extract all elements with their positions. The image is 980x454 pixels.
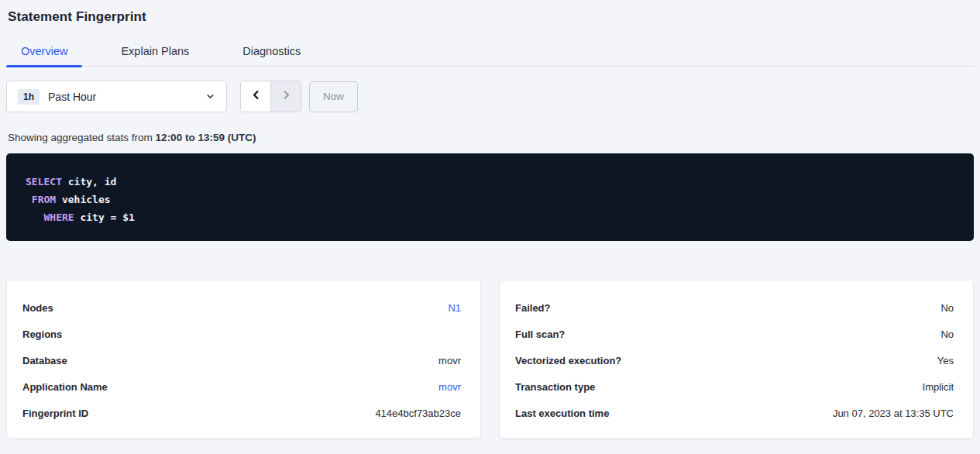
sql-keyword-from: FROM — [32, 194, 56, 205]
vectorized-label: Vectorized execution? — [515, 355, 621, 366]
transaction-type-label: Transaction type — [515, 381, 595, 393]
summary-row-regions: Regions — [22, 321, 461, 347]
summary-row-nodes: Nodes N1 — [22, 294, 461, 321]
next-time-button[interactable] — [270, 81, 301, 112]
caption-time-range: 12:00 to 13:59 (UTC) — [156, 132, 256, 143]
tab-overview-label: Overview — [21, 45, 67, 57]
full-scan-value: No — [940, 328, 954, 340]
time-pager — [240, 81, 301, 112]
page-title: Statement Fingerprint — [8, 9, 974, 25]
fingerprint-id-label: Fingerprint ID — [22, 408, 88, 419]
tab-overview[interactable]: Overview — [6, 45, 82, 66]
summary-row-failed: Failed? No — [515, 294, 954, 321]
tab-bar: Overview Explain Plans Diagnostics — [6, 45, 974, 67]
summary-row-vectorized: Vectorized execution? Yes — [515, 347, 954, 373]
chevron-down-icon — [205, 91, 215, 101]
database-label: Database — [22, 355, 67, 366]
sql-line-2-indent — [26, 194, 32, 205]
aggregated-stats-caption: Showing aggregated stats from 12:00 to 1… — [8, 132, 974, 143]
full-scan-label: Full scan? — [515, 328, 565, 340]
application-name-value-link[interactable]: movr — [438, 381, 461, 393]
summary-row-full-scan: Full scan? No — [515, 321, 954, 347]
database-value: movr — [438, 355, 461, 366]
last-execution-time-value: Jun 07, 2023 at 13:35 UTC — [833, 408, 954, 419]
summary-cards: Nodes N1 Regions Database movr Applicati… — [6, 280, 974, 439]
failed-value: No — [940, 302, 954, 314]
nodes-value-link[interactable]: N1 — [448, 302, 461, 314]
nodes-label: Nodes — [22, 302, 53, 314]
now-button[interactable]: Now — [309, 81, 358, 112]
last-execution-time-label: Last execution time — [515, 408, 609, 419]
sql-line-3-indent — [26, 212, 43, 223]
application-name-label: Application Name — [22, 381, 108, 393]
chevron-right-icon — [280, 89, 292, 104]
vectorized-value: Yes — [937, 355, 954, 366]
summary-row-database: Database movr — [22, 347, 461, 373]
previous-time-button[interactable] — [241, 81, 270, 112]
sql-line-1: SELECT city, id — [26, 173, 954, 191]
summary-row-last-execution-time: Last execution time Jun 07, 2023 at 13:3… — [515, 400, 954, 426]
regions-label: Regions — [22, 328, 62, 340]
sql-line-2: FROM vehicles — [26, 191, 954, 208]
sql-line-2-text: vehicles — [56, 194, 110, 205]
statement-details-card: Nodes N1 Regions Database movr Applicati… — [6, 280, 481, 439]
failed-label: Failed? — [515, 302, 551, 314]
summary-row-application-name: Application Name movr — [22, 373, 461, 400]
time-range-dropdown[interactable]: 1h Past Hour — [6, 81, 227, 112]
statement-fingerprint-page: Statement Fingerprint Overview Explain P… — [0, 9, 980, 439]
tab-explain-plans-label: Explain Plans — [121, 45, 189, 57]
summary-row-transaction-type: Transaction type Implicit — [515, 373, 954, 400]
sql-keyword-where: WHERE — [43, 212, 74, 223]
time-controls: 1h Past Hour Now — [6, 81, 974, 112]
sql-keyword-select: SELECT — [26, 176, 62, 187]
sql-line-3: WHERE city = $1 — [26, 208, 954, 226]
now-button-label: Now — [323, 91, 344, 102]
chevron-left-icon — [250, 89, 262, 104]
fingerprint-id-value: 414e4bcf73ab23ce — [375, 408, 461, 419]
caption-prefix: Showing aggregated stats from — [8, 132, 156, 143]
tab-diagnostics[interactable]: Diagnostics — [228, 45, 315, 66]
execution-attributes-card: Failed? No Full scan? No Vectorized exec… — [499, 280, 974, 439]
tab-diagnostics-label: Diagnostics — [242, 45, 301, 57]
transaction-type-value: Implicit — [923, 381, 954, 393]
sql-line-3-text: city = $1 — [74, 212, 135, 223]
sql-statement-box: SELECT city, id FROM vehicles WHERE city… — [6, 153, 974, 241]
sql-line-1-text: city, id — [62, 176, 116, 187]
summary-row-fingerprint-id: Fingerprint ID 414e4bcf73ab23ce — [22, 400, 461, 426]
time-range-selected-label: Past Hour — [48, 91, 96, 103]
tab-explain-plans[interactable]: Explain Plans — [106, 45, 204, 66]
interval-badge: 1h — [18, 89, 40, 105]
